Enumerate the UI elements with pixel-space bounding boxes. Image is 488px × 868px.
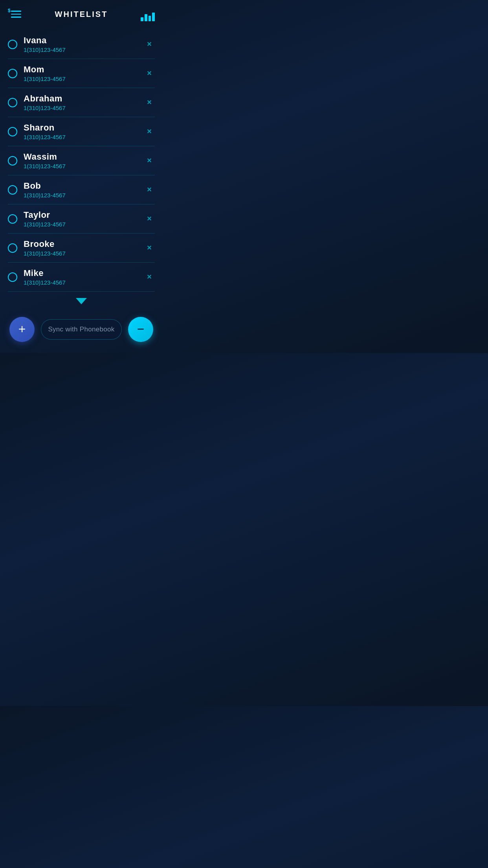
dollar-icon: $: [8, 8, 11, 13]
contact-radio-1[interactable]: [8, 69, 17, 78]
add-icon: +: [18, 323, 26, 335]
contact-name-4: Wassim: [24, 152, 66, 162]
delete-contact-1[interactable]: ✕: [143, 66, 155, 80]
contact-info-6: Taylor 1(310)123-4567: [24, 210, 66, 228]
contact-radio-2[interactable]: [8, 98, 17, 107]
header: $ WHITELIST: [0, 0, 163, 26]
bottom-bar: + Sync with Phonebook −: [0, 311, 163, 353]
contact-phone-3: 1(310)123-4567: [24, 134, 66, 140]
contact-phone-0: 1(310)123-4567: [24, 46, 66, 53]
delete-contact-6[interactable]: ✕: [143, 212, 155, 226]
contact-info-3: Sharon 1(310)123-4567: [24, 123, 66, 140]
contact-radio-0[interactable]: [8, 40, 17, 49]
contact-item: Sharon 1(310)123-4567 ✕: [8, 117, 155, 146]
contact-phone-7: 1(310)123-4567: [24, 250, 66, 257]
delete-contact-5[interactable]: ✕: [143, 183, 155, 197]
contact-info-2: Abraham 1(310)123-4567: [24, 94, 66, 111]
contact-phone-5: 1(310)123-4567: [24, 192, 66, 199]
contact-radio-8[interactable]: [8, 272, 17, 282]
delete-contact-4[interactable]: ✕: [143, 154, 155, 167]
contact-radio-3[interactable]: [8, 127, 17, 136]
contact-info-7: Brooke 1(310)123-4567: [24, 239, 66, 257]
delete-contact-8[interactable]: ✕: [143, 270, 155, 284]
sync-phonebook-button[interactable]: Sync with Phonebook: [41, 319, 122, 340]
contact-phone-8: 1(310)123-4567: [24, 279, 66, 286]
contact-item: Abraham 1(310)123-4567 ✕: [8, 88, 155, 117]
delete-contact-7[interactable]: ✕: [143, 241, 155, 255]
contact-item: Mike 1(310)123-4567 ✕: [8, 263, 155, 292]
menu-button[interactable]: $: [8, 7, 22, 21]
contact-left-2: Abraham 1(310)123-4567: [8, 94, 66, 111]
contact-radio-5[interactable]: [8, 185, 17, 195]
contact-phone-4: 1(310)123-4567: [24, 163, 66, 169]
contact-left-3: Sharon 1(310)123-4567: [8, 123, 66, 140]
scroll-down-arrow: [76, 298, 87, 304]
chart-bar-2: [145, 14, 147, 21]
delete-contact-2[interactable]: ✕: [143, 96, 155, 109]
contact-item: Mom 1(310)123-4567 ✕: [8, 59, 155, 88]
page-title: WHITELIST: [22, 10, 141, 19]
contact-list: Ivana 1(310)123-4567 ✕ Mom 1(310)123-456…: [0, 30, 163, 292]
contact-info-4: Wassim 1(310)123-4567: [24, 152, 66, 169]
contact-left-6: Taylor 1(310)123-4567: [8, 210, 66, 228]
sync-label: Sync with Phonebook: [48, 326, 114, 333]
chart-bar-3: [149, 16, 151, 21]
contact-name-8: Mike: [24, 268, 66, 278]
contact-item: Brooke 1(310)123-4567 ✕: [8, 234, 155, 263]
scroll-indicator: [0, 292, 163, 311]
delete-contact-0[interactable]: ✕: [143, 37, 155, 51]
contact-radio-4[interactable]: [8, 156, 17, 166]
contact-name-6: Taylor: [24, 210, 66, 220]
contact-name-1: Mom: [24, 64, 66, 75]
contact-left-0: Ivana 1(310)123-4567: [8, 35, 66, 53]
contact-info-1: Mom 1(310)123-4567: [24, 64, 66, 82]
menu-line-1: [11, 11, 21, 12]
add-contact-button[interactable]: +: [9, 317, 35, 342]
menu-line-3: [11, 17, 21, 18]
contact-radio-6[interactable]: [8, 214, 17, 224]
contact-item: Taylor 1(310)123-4567 ✕: [8, 204, 155, 234]
contact-info-8: Mike 1(310)123-4567: [24, 268, 66, 286]
contact-left-1: Mom 1(310)123-4567: [8, 64, 66, 82]
contact-left-8: Mike 1(310)123-4567: [8, 268, 66, 286]
chart-button[interactable]: [141, 7, 155, 21]
contact-left-5: Bob 1(310)123-4567: [8, 181, 66, 199]
contact-name-5: Bob: [24, 181, 66, 191]
contact-item: Bob 1(310)123-4567 ✕: [8, 175, 155, 204]
contact-name-0: Ivana: [24, 35, 66, 46]
contact-name-7: Brooke: [24, 239, 66, 249]
remove-icon: −: [137, 323, 145, 335]
remove-contact-button[interactable]: −: [128, 317, 153, 342]
contact-phone-2: 1(310)123-4567: [24, 105, 66, 111]
contact-left-7: Brooke 1(310)123-4567: [8, 239, 66, 257]
chart-bar-1: [141, 17, 143, 21]
contact-phone-6: 1(310)123-4567: [24, 221, 66, 228]
contact-info-0: Ivana 1(310)123-4567: [24, 35, 66, 53]
contact-name-3: Sharon: [24, 123, 66, 133]
chart-bar-4: [152, 13, 155, 21]
contact-name-2: Abraham: [24, 94, 66, 104]
contact-item: Ivana 1(310)123-4567 ✕: [8, 30, 155, 59]
delete-contact-3[interactable]: ✕: [143, 125, 155, 138]
contact-phone-1: 1(310)123-4567: [24, 75, 66, 82]
menu-line-2: [11, 14, 21, 15]
contact-item: Wassim 1(310)123-4567 ✕: [8, 146, 155, 175]
contact-left-4: Wassim 1(310)123-4567: [8, 152, 66, 169]
contact-info-5: Bob 1(310)123-4567: [24, 181, 66, 199]
contact-radio-7[interactable]: [8, 243, 17, 253]
